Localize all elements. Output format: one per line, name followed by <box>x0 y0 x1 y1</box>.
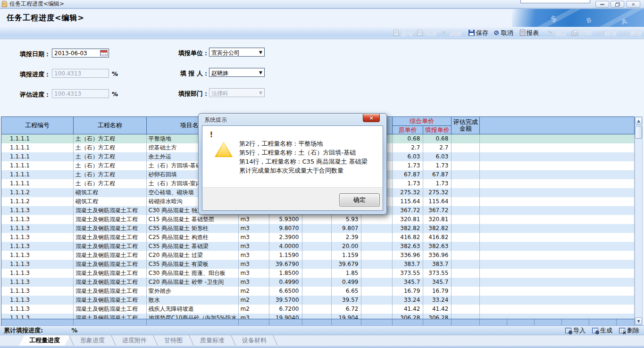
table-cell-eval_amount[interactable] <box>452 152 480 161</box>
table-cell-price_orig[interactable]: 67.87 <box>393 170 423 179</box>
table-cell-item[interactable]: C25 商品混凝土 构造柱 <box>147 233 239 242</box>
table-cell-code[interactable]: 1.1.1.1 <box>1 170 74 179</box>
table-cell-eval_amount[interactable] <box>452 233 480 242</box>
table-cell-col8[interactable] <box>361 215 393 224</box>
table-cell-code[interactable]: 1.1.1.1 <box>1 143 74 152</box>
table-cell-qty2[interactable]: 0.499 <box>332 278 361 287</box>
table-row[interactable]: 1.1.1.3混凝土及钢筋混凝土工程C35 商品混凝土 基础梁m34.00002… <box>1 242 635 251</box>
calendar-icon[interactable] <box>100 50 108 56</box>
cancel-button[interactable]: ⊘取消 <box>493 28 513 38</box>
table-cell-code[interactable]: 1.1.1.1 <box>1 152 74 161</box>
table-cell-price_orig[interactable]: 382.82 <box>393 224 423 233</box>
table-cell-eval_amount[interactable] <box>452 305 480 314</box>
table-cell-col8[interactable] <box>361 242 393 251</box>
tab-progress-attachments[interactable]: 进度附件 <box>115 335 154 346</box>
table-row[interactable]: 1.1.1.3混凝土及钢筋混凝土工程C20 商品混凝土 过梁m31.15901.… <box>1 251 635 260</box>
table-cell-eval_amount[interactable] <box>452 314 480 319</box>
table-cell-rest[interactable] <box>480 206 635 215</box>
table-cell-rest[interactable] <box>480 224 635 233</box>
table-cell-item[interactable] <box>147 319 239 325</box>
table-cell-price_orig[interactable]: 306.28 <box>393 314 423 319</box>
generate-button[interactable]: 生成 <box>592 326 612 335</box>
table-cell-name[interactable]: 混凝土及钢筋混凝土工程 <box>74 215 147 224</box>
table-cell-code[interactable]: 1.1.1.3 <box>1 215 74 224</box>
table-cell-item[interactable]: C30 商品混凝土 雨蓬、阳台板 <box>147 269 239 278</box>
table-cell-price_orig[interactable]: 336.96 <box>393 251 423 260</box>
table-cell-col6[interactable] <box>302 242 332 251</box>
table-cell-name[interactable]: 混凝土及钢筋混凝土工程 <box>74 233 147 242</box>
table-cell-item[interactable]: C15 商品混凝土 基础垫层 <box>147 215 239 224</box>
table-cell-price_report[interactable]: 0.68 <box>423 134 452 143</box>
table-cell-price_report[interactable]: 416.82 <box>423 233 452 242</box>
import-button[interactable]: 导入 <box>565 326 585 335</box>
table-cell-price_report[interactable] <box>423 319 452 325</box>
table-cell-eval_amount[interactable] <box>452 206 480 215</box>
table-cell-price_report[interactable]: 382.82 <box>423 224 452 233</box>
table-cell-eval_amount[interactable] <box>452 287 480 296</box>
table-cell-code[interactable]: 1.1.1.3 <box>1 224 74 233</box>
table-cell-price_report[interactable]: 306.28 <box>423 314 452 319</box>
close-button[interactable]: ✕ <box>627 1 640 8</box>
table-cell-price_orig[interactable] <box>393 319 423 325</box>
table-scrollbar[interactable]: ▲ ▼ <box>635 116 643 325</box>
next-button[interactable]: ▷▷后项 <box>621 28 641 38</box>
table-cell-eval_amount[interactable] <box>452 143 480 152</box>
table-cell-name[interactable]: 土（石）方工程 <box>74 179 147 188</box>
table-cell-price_report[interactable]: 383.7 <box>423 260 452 269</box>
table-cell-price_report[interactable]: 115.64 <box>423 197 452 206</box>
edit-button[interactable]: 编辑 <box>417 28 436 38</box>
table-cell-rest[interactable] <box>480 197 635 206</box>
table-cell-rest[interactable] <box>480 170 635 179</box>
table-cell-col6[interactable] <box>302 287 332 296</box>
table-cell-name[interactable]: 混凝土及钢筋混凝土工程 <box>74 287 147 296</box>
table-cell-code[interactable]: 1.1.1.3 <box>1 296 74 305</box>
table-cell-code[interactable]: 1.1.1.3 <box>1 305 74 314</box>
table-cell-col6[interactable] <box>302 319 332 325</box>
table-cell-rest[interactable] <box>480 319 635 325</box>
table-cell-eval_amount[interactable] <box>452 179 480 188</box>
table-cell-name[interactable]: 混凝土及钢筋混凝土工程 <box>74 305 147 314</box>
table-cell-qty1[interactable]: 5.9300 <box>269 215 302 224</box>
print-button[interactable]: 打印 <box>571 28 591 38</box>
tab-visual-progress[interactable]: 形象进度 <box>73 335 112 346</box>
table-cell-code[interactable]: 1.1.1.2 <box>1 188 74 197</box>
table-cell-name[interactable]: 混凝土及钢筋混凝土工程 <box>74 269 147 278</box>
table-cell-qty2[interactable] <box>332 319 361 325</box>
table-cell-unit[interactable]: m3 <box>239 278 269 287</box>
header-price-combined[interactable]: 综合单价 <box>393 117 452 126</box>
table-cell-unit[interactable]: m2 <box>239 287 269 296</box>
table-cell-item[interactable]: 地坪垫层C10商品砼（内加5%防水 <box>147 314 239 319</box>
table-cell-eval_amount[interactable] <box>452 242 480 251</box>
table-cell-price_orig[interactable]: 33.24 <box>393 296 423 305</box>
date-field[interactable]: 2013-06-03 <box>52 49 109 58</box>
table-cell-price_orig[interactable]: 383.7 <box>393 260 423 269</box>
table-cell-eval_amount[interactable] <box>452 224 480 233</box>
table-cell-price_orig[interactable]: 1.73 <box>393 161 423 170</box>
table-cell-code[interactable]: 1.1.1.3 <box>1 278 74 287</box>
table-row[interactable]: 1.1.1.3混凝土及钢筋混凝土工程残疾人无障碍坡道m26.72006.7241… <box>1 305 635 314</box>
table-cell-col6[interactable] <box>302 224 332 233</box>
table-cell-price_orig[interactable]: 382.63 <box>393 242 423 251</box>
table-cell-code[interactable]: 1.1.1.1 <box>1 161 74 170</box>
table-cell-item[interactable]: 散水 <box>147 296 239 305</box>
table-cell-col6[interactable] <box>302 278 332 287</box>
table-cell-unit[interactable] <box>239 319 269 325</box>
table-cell-price_orig[interactable]: 16.79 <box>393 287 423 296</box>
table-cell-rest[interactable] <box>480 134 635 143</box>
table-cell-eval_amount[interactable] <box>452 161 480 170</box>
table-cell-price_orig[interactable]: 1.73 <box>393 179 423 188</box>
table-cell-rest[interactable] <box>480 314 635 319</box>
table-cell-price_report[interactable]: 2.7 <box>423 143 452 152</box>
table-cell-price_orig[interactable]: 275.32 <box>393 188 423 197</box>
table-cell-col6[interactable] <box>302 251 332 260</box>
table-cell-eval_amount[interactable] <box>452 319 480 325</box>
table-cell-qty2[interactable]: 6.72 <box>332 305 361 314</box>
table-cell-col8[interactable] <box>361 260 393 269</box>
table-cell-price_orig[interactable]: 6.03 <box>393 152 423 161</box>
scroll-thumb[interactable] <box>635 126 642 139</box>
scroll-up-icon[interactable]: ▲ <box>635 117 642 124</box>
table-cell-col8[interactable] <box>361 233 393 242</box>
header-code[interactable]: 工程编号 <box>1 117 74 134</box>
table-cell-price_report[interactable]: 367.72 <box>423 206 452 215</box>
table-cell-price_report[interactable]: 382.63 <box>423 242 452 251</box>
